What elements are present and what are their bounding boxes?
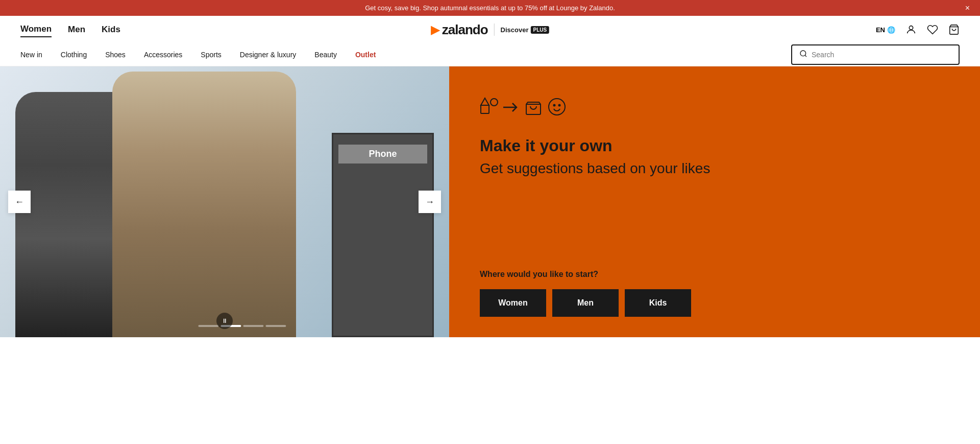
bag-icon [524, 97, 543, 121]
header-top: Women Men Kids ▶ zalando Discover PLUS E… [20, 16, 960, 43]
search-input[interactable] [812, 51, 951, 59]
language-selector[interactable]: EN 🌐 [876, 26, 895, 34]
logo[interactable]: ▶ zalando [431, 22, 488, 38]
search-icon [799, 50, 807, 60]
subnav-sports[interactable]: Sports [191, 43, 230, 66]
sub-navigation-bar: New in Clothing Shoes Accessories Sports… [20, 43, 960, 66]
hero-title: Make it your own [480, 136, 954, 155]
hero-dot-3[interactable] [243, 325, 263, 327]
nav-women[interactable]: Women [20, 22, 52, 37]
svg-point-9 [554, 105, 555, 106]
logo-container: ▶ zalando Discover PLUS [431, 22, 549, 38]
globe-icon: 🌐 [887, 26, 895, 34]
svg-point-5 [491, 99, 498, 106]
header-actions: EN 🌐 [876, 24, 960, 35]
svg-rect-3 [481, 105, 489, 113]
subnav-new-in[interactable]: New in [20, 43, 52, 66]
phonebooth-sign: Phone [338, 145, 427, 163]
main-navigation: Women Men Kids [20, 22, 120, 37]
hero-dot-1[interactable] [198, 325, 218, 327]
sub-nav-search [791, 44, 960, 65]
subnav-outlet[interactable]: Outlet [346, 43, 385, 66]
svg-point-8 [549, 99, 565, 115]
hero-category-buttons: Women Men Kids [480, 289, 954, 317]
hero-feature-icons [480, 97, 954, 121]
svg-point-2 [800, 51, 806, 56]
shapes-icon [480, 97, 499, 121]
banner-close-button[interactable]: × [965, 4, 970, 13]
logo-play-icon: ▶ [431, 22, 440, 37]
svg-marker-4 [481, 98, 489, 105]
search-bar[interactable] [791, 44, 960, 65]
flow-arrow-icon [503, 101, 520, 117]
cart-icon[interactable] [948, 24, 960, 35]
logo-text: zalando [442, 22, 488, 38]
subnav-accessories[interactable]: Accessories [135, 43, 191, 66]
hero-image: Phone [0, 66, 449, 337]
lang-label: EN [876, 26, 885, 34]
hero-dot-4[interactable] [265, 325, 286, 327]
hero-progress-dots [198, 325, 286, 327]
banner-text: Get cosy, save big. Shop autumnal essent… [365, 4, 615, 12]
svg-point-0 [909, 26, 913, 30]
logo-divider [494, 24, 495, 36]
nav-men[interactable]: Men [68, 22, 85, 37]
hero-next-button[interactable]: → [419, 191, 441, 213]
hero-subtitle: Get suggestions based on your likes [480, 159, 954, 178]
top-banner: Get cosy, save big. Shop autumnal essent… [0, 0, 980, 16]
svg-point-10 [559, 105, 560, 106]
discover-text: Discover [501, 26, 529, 34]
hero-women-button[interactable]: Women [480, 289, 546, 317]
hero-men-button[interactable]: Men [552, 289, 619, 317]
hero-start-label: Where would you like to start? [480, 270, 954, 279]
prev-arrow-icon: ← [15, 197, 24, 207]
subnav-designer-luxury[interactable]: Designer & luxury [231, 43, 306, 66]
phonebooth-prop: Phone [332, 133, 434, 337]
subnav-shoes[interactable]: Shoes [96, 43, 135, 66]
header: Women Men Kids ▶ zalando Discover PLUS E… [0, 16, 980, 66]
hero-section: Phone ← → ⏸ [0, 66, 980, 337]
subnav-clothing[interactable]: Clothing [52, 43, 96, 66]
sub-navigation: New in Clothing Shoes Accessories Sports… [20, 43, 385, 66]
smiley-icon [547, 97, 567, 121]
hero-kids-button[interactable]: Kids [625, 289, 691, 317]
hero-pause-button[interactable]: ⏸ [216, 313, 233, 329]
hero-image-container: Phone ← → ⏸ [0, 66, 449, 337]
nav-kids[interactable]: Kids [102, 22, 120, 37]
next-arrow-icon: → [425, 197, 434, 207]
hero-right-panel: Make it your own Get suggestions based o… [449, 66, 980, 337]
user-icon[interactable] [905, 24, 917, 35]
pause-icon: ⏸ [222, 317, 228, 324]
subnav-beauty[interactable]: Beauty [305, 43, 346, 66]
plus-badge: PLUS [531, 26, 550, 34]
hero-prev-button[interactable]: ← [8, 191, 31, 213]
discover-plus[interactable]: Discover PLUS [501, 26, 550, 34]
wishlist-icon[interactable] [927, 24, 938, 35]
model-right [112, 72, 296, 337]
